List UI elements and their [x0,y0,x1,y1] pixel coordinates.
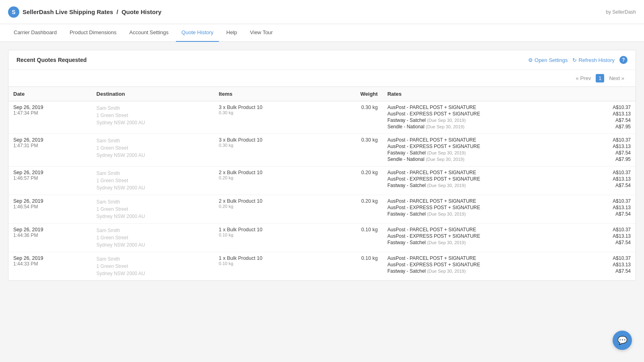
cell-rates: AusPost - PARCEL POST + SIGNATUREA$10.37… [382,134,636,167]
prev-page-button[interactable]: « Prev [573,74,594,82]
table-row: Sep 26, 20191:46:54 PMSam Smith1 Green S… [8,195,636,224]
app-header: S SellerDash Live Shipping Rates / Quote… [0,0,644,24]
nav-carrier-dashboard[interactable]: Carrier Dashboard [8,24,62,42]
main-content: Recent Quotes Requested ⚙ Open Settings … [0,42,644,289]
cell-rates: AusPost - PARCEL POST + SIGNATUREA$10.37… [382,167,636,195]
header-left: S SellerDash Live Shipping Rates / Quote… [8,6,161,18]
cell-destination: Sam Smith1 Green StreetSydney NSW 2000 A… [92,134,214,167]
cell-rates: AusPost - PARCEL POST + SIGNATUREA$10.37… [382,252,636,281]
cell-items: 2 x Bulk Product 100.20 kg [214,167,326,195]
cell-date: Sep 26, 20191:47:31 PM [8,134,92,167]
cell-destination: Sam Smith1 Green StreetSydney NSW 2000 A… [92,252,214,281]
cell-items: 3 x Bulk Product 100.30 kg [214,101,326,134]
nav-quote-history[interactable]: Quote History [176,24,219,42]
cell-date: Sep 26, 20191:44:33 PM [8,252,92,281]
cell-weight: 0.30 kg [326,101,383,134]
refresh-history-button[interactable]: ↻ Refresh History [572,57,615,63]
help-icon-button[interactable]: ? [619,56,627,64]
cell-rates: AusPost - PARCEL POST + SIGNATUREA$10.37… [382,101,636,134]
cell-destination: Sam Smith1 Green StreetSydney NSW 2000 A… [92,224,214,252]
card-title: Recent Quotes Requested [17,57,87,63]
app-logo: S [8,6,19,18]
cell-items: 3 x Bulk Product 100.30 kg [214,134,326,167]
header-brand: by SellerDash [606,9,636,15]
cell-date: Sep 26, 20191:46:57 PM [8,167,92,195]
table-header-row: Date Destination Items Weight Rates [8,87,636,101]
gear-icon: ⚙ [528,57,533,63]
cell-items: 2 x Bulk Product 100.20 kg [214,195,326,224]
card-actions: ⚙ Open Settings ↻ Refresh History ? [528,56,627,64]
table-row: Sep 26, 20191:44:36 PMSam Smith1 Green S… [8,224,636,252]
col-destination: Destination [92,87,214,101]
page-1-button[interactable]: 1 [596,74,604,82]
quotes-table: Date Destination Items Weight Rates Sep … [8,86,636,280]
cell-weight: 0.10 kg [326,224,383,252]
cell-date: Sep 26, 20191:44:36 PM [8,224,92,252]
nav-help[interactable]: Help [221,24,243,42]
cell-date: Sep 26, 20191:46:54 PM [8,195,92,224]
cell-date: Sep 26, 20191:47:34 PM [8,101,92,134]
col-weight: Weight [326,87,383,101]
nav-product-dimensions[interactable]: Product Dimensions [64,24,122,42]
cell-rates: AusPost - PARCEL POST + SIGNATUREA$10.37… [382,195,636,224]
nav-view-tour[interactable]: View Tour [244,24,279,42]
cell-weight: 0.20 kg [326,167,383,195]
cell-weight: 0.20 kg [326,195,383,224]
col-date: Date [8,87,92,101]
col-items: Items [214,87,326,101]
cell-items: 1 x Bulk Product 100.10 kg [214,252,326,281]
table-row: Sep 26, 20191:44:33 PMSam Smith1 Green S… [8,252,636,281]
cell-destination: Sam Smith1 Green StreetSydney NSW 2000 A… [92,195,214,224]
table-row: Sep 26, 20191:47:31 PMSam Smith1 Green S… [8,134,636,167]
cell-destination: Sam Smith1 Green StreetSydney NSW 2000 A… [92,101,214,134]
nav-account-settings[interactable]: Account Settings [124,24,174,42]
next-page-button[interactable]: Next » [606,74,627,82]
pagination: « Prev 1 Next » [8,70,636,86]
cell-destination: Sam Smith1 Green StreetSydney NSW 2000 A… [92,167,214,195]
table-row: Sep 26, 20191:47:34 PMSam Smith1 Green S… [8,101,636,134]
main-nav: Carrier Dashboard Product Dimensions Acc… [0,24,644,42]
table-row: Sep 26, 20191:46:57 PMSam Smith1 Green S… [8,167,636,195]
refresh-icon: ↻ [572,57,577,63]
card-header: Recent Quotes Requested ⚙ Open Settings … [8,50,636,70]
cell-rates: AusPost - PARCEL POST + SIGNATUREA$10.37… [382,224,636,252]
col-rates: Rates [382,87,636,101]
header-title: SellerDash Live Shipping Rates / Quote H… [23,8,161,15]
cell-items: 1 x Bulk Product 100.10 kg [214,224,326,252]
quotes-card: Recent Quotes Requested ⚙ Open Settings … [8,50,636,281]
open-settings-button[interactable]: ⚙ Open Settings [528,57,568,63]
cell-weight: 0.10 kg [326,252,383,281]
cell-weight: 0.30 kg [326,134,383,167]
